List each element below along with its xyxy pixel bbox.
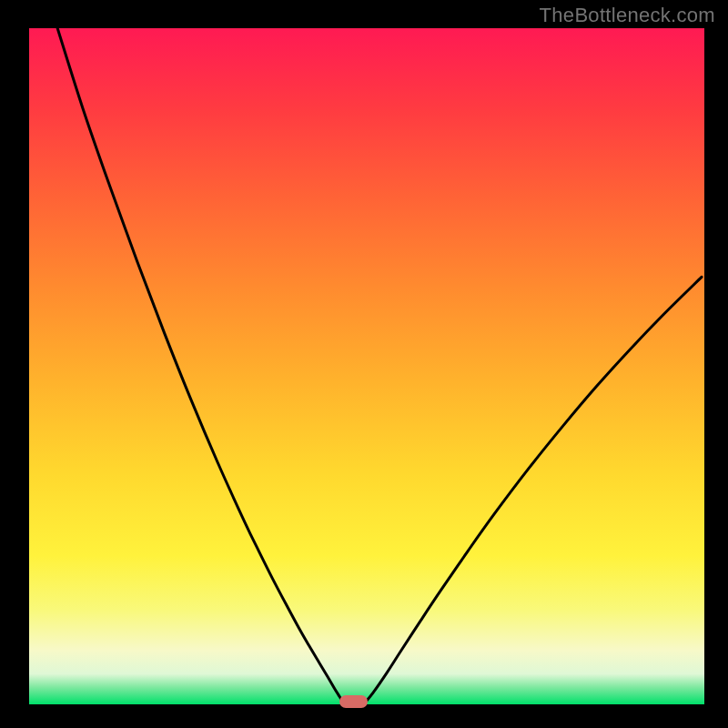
chart-frame: TheBottleneck.com: [0, 0, 728, 728]
optimal-marker: [339, 695, 368, 708]
bottleneck-curve: [0, 0, 728, 728]
curve-right-curve: [366, 277, 703, 702]
curve-left-curve: [57, 28, 343, 703]
